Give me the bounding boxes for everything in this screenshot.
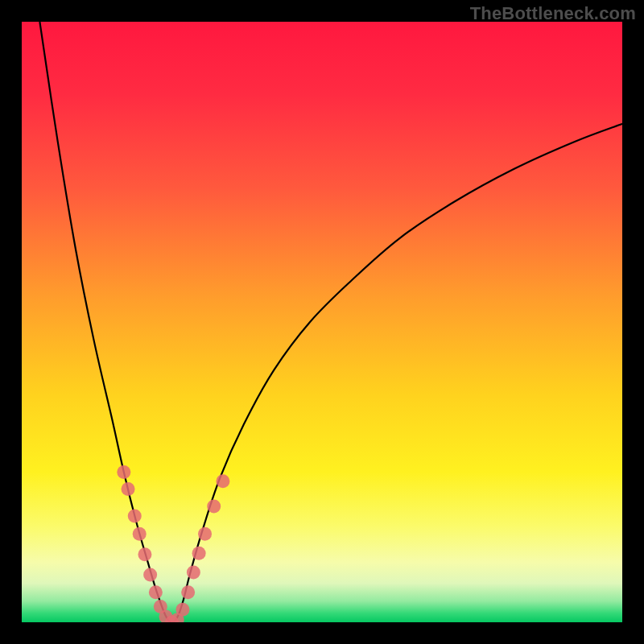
plot-area xyxy=(22,22,622,622)
marker-dot xyxy=(128,509,142,522)
marker-dot xyxy=(133,527,147,541)
chart-svg xyxy=(22,22,622,622)
marker-dot xyxy=(143,568,157,582)
marker-dot xyxy=(149,585,163,599)
sample-markers xyxy=(117,465,229,622)
bottleneck-curve xyxy=(39,22,622,622)
marker-dot xyxy=(198,527,212,541)
marker-dot xyxy=(216,474,229,488)
marker-dot xyxy=(117,465,130,479)
marker-dot xyxy=(207,500,221,514)
watermark-text: TheBottleneck.com xyxy=(470,3,636,24)
marker-dot xyxy=(181,585,195,599)
marker-dot xyxy=(187,566,200,580)
marker-dot xyxy=(122,482,135,496)
marker-dot xyxy=(138,547,151,561)
outer-frame: TheBottleneck.com xyxy=(0,0,644,644)
marker-dot xyxy=(175,603,189,617)
marker-dot xyxy=(192,547,206,560)
